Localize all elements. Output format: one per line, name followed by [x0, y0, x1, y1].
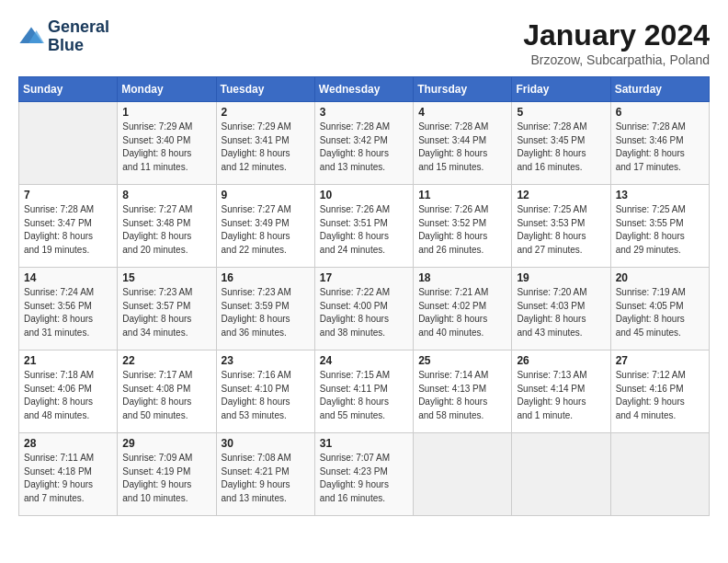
- day-number: 28: [24, 437, 112, 450]
- weekday-header: Saturday: [610, 77, 709, 102]
- day-info: Sunrise: 7:17 AMSunset: 4:08 PMDaylight:…: [122, 369, 210, 422]
- day-info: Sunrise: 7:23 AMSunset: 3:57 PMDaylight:…: [122, 286, 210, 339]
- calendar-cell: 16Sunrise: 7:23 AMSunset: 3:59 PMDayligh…: [216, 268, 314, 350]
- day-info: Sunrise: 7:08 AMSunset: 4:21 PMDaylight:…: [222, 452, 310, 505]
- day-info: Sunrise: 7:28 AMSunset: 3:47 PMDaylight:…: [24, 203, 112, 257]
- calendar-cell: 29Sunrise: 7:09 AMSunset: 4:19 PMDayligh…: [118, 433, 216, 516]
- day-number: 5: [517, 106, 605, 119]
- day-number: 10: [320, 189, 408, 201]
- day-info: Sunrise: 7:07 AMSunset: 4:23 PMDaylight:…: [320, 452, 408, 505]
- calendar-cell: 28Sunrise: 7:11 AMSunset: 4:18 PMDayligh…: [19, 433, 118, 516]
- day-info: Sunrise: 7:26 AMSunset: 3:52 PMDaylight:…: [418, 203, 506, 257]
- day-number: 14: [24, 271, 112, 284]
- day-number: 29: [122, 437, 210, 450]
- calendar-cell: 25Sunrise: 7:14 AMSunset: 4:13 PMDayligh…: [414, 350, 512, 433]
- weekday-header: Sunday: [19, 77, 118, 102]
- day-info: Sunrise: 7:16 AMSunset: 4:10 PMDaylight:…: [222, 369, 310, 422]
- calendar-cell: 14Sunrise: 7:24 AMSunset: 3:56 PMDayligh…: [19, 268, 118, 350]
- day-number: 13: [616, 189, 704, 201]
- calendar-week-row: 28Sunrise: 7:11 AMSunset: 4:18 PMDayligh…: [19, 433, 710, 516]
- day-info: Sunrise: 7:27 AMSunset: 3:49 PMDaylight:…: [222, 203, 310, 257]
- day-number: 9: [222, 189, 310, 201]
- calendar-cell: 3Sunrise: 7:28 AMSunset: 3:42 PMDaylight…: [314, 102, 413, 185]
- weekday-header-row: SundayMondayTuesdayWednesdayThursdayFrid…: [19, 77, 710, 102]
- calendar-cell: 13Sunrise: 7:25 AMSunset: 3:55 PMDayligh…: [610, 185, 709, 268]
- calendar-cell: 1Sunrise: 7:29 AMSunset: 3:40 PMDaylight…: [118, 102, 216, 185]
- day-number: 11: [418, 189, 506, 201]
- calendar-cell: 24Sunrise: 7:15 AMSunset: 4:11 PMDayligh…: [314, 350, 413, 433]
- calendar-cell: 11Sunrise: 7:26 AMSunset: 3:52 PMDayligh…: [414, 185, 512, 268]
- weekday-header: Monday: [118, 77, 216, 102]
- day-number: 3: [320, 106, 408, 119]
- day-number: 2: [222, 106, 310, 119]
- calendar-cell: [19, 102, 118, 185]
- day-info: Sunrise: 7:25 AMSunset: 3:53 PMDaylight:…: [517, 203, 605, 257]
- day-number: 1: [122, 106, 210, 119]
- title-section: January 2024 Brzozow, Subcarpathia, Pola…: [523, 18, 710, 67]
- calendar-cell: 27Sunrise: 7:12 AMSunset: 4:16 PMDayligh…: [610, 350, 709, 433]
- calendar-cell: 31Sunrise: 7:07 AMSunset: 4:23 PMDayligh…: [314, 433, 413, 516]
- day-number: 30: [222, 437, 310, 450]
- day-info: Sunrise: 7:22 AMSunset: 4:00 PMDaylight:…: [320, 286, 408, 339]
- location-subtitle: Brzozow, Subcarpathia, Poland: [523, 52, 710, 67]
- day-number: 27: [616, 354, 704, 367]
- day-info: Sunrise: 7:25 AMSunset: 3:55 PMDaylight:…: [616, 203, 704, 257]
- day-number: 18: [418, 271, 506, 284]
- day-info: Sunrise: 7:11 AMSunset: 4:18 PMDaylight:…: [24, 452, 112, 505]
- day-number: 17: [320, 271, 408, 284]
- day-number: 22: [122, 354, 210, 367]
- day-number: 8: [122, 189, 210, 201]
- day-number: 26: [517, 354, 605, 367]
- day-info: Sunrise: 7:12 AMSunset: 4:16 PMDaylight:…: [616, 369, 704, 422]
- calendar-cell: 9Sunrise: 7:27 AMSunset: 3:49 PMDaylight…: [216, 185, 314, 268]
- day-info: Sunrise: 7:28 AMSunset: 3:46 PMDaylight:…: [616, 121, 704, 174]
- calendar-cell: 26Sunrise: 7:13 AMSunset: 4:14 PMDayligh…: [512, 350, 610, 433]
- calendar-cell: [610, 433, 709, 516]
- header: General Blue January 2024 Brzozow, Subca…: [18, 18, 710, 67]
- day-info: Sunrise: 7:14 AMSunset: 4:13 PMDaylight:…: [418, 369, 506, 422]
- calendar-cell: 5Sunrise: 7:28 AMSunset: 3:45 PMDaylight…: [512, 102, 610, 185]
- calendar-week-row: 14Sunrise: 7:24 AMSunset: 3:56 PMDayligh…: [19, 268, 710, 350]
- logo-line2: Blue: [48, 37, 109, 55]
- day-number: 31: [320, 437, 408, 450]
- day-info: Sunrise: 7:24 AMSunset: 3:56 PMDaylight:…: [24, 286, 112, 339]
- day-info: Sunrise: 7:29 AMSunset: 3:41 PMDaylight:…: [222, 121, 310, 174]
- day-number: 24: [320, 354, 408, 367]
- day-number: 19: [517, 271, 605, 284]
- weekday-header: Friday: [512, 77, 610, 102]
- calendar-cell: 20Sunrise: 7:19 AMSunset: 4:05 PMDayligh…: [610, 268, 709, 350]
- calendar-cell: 21Sunrise: 7:18 AMSunset: 4:06 PMDayligh…: [19, 350, 118, 433]
- calendar-cell: 30Sunrise: 7:08 AMSunset: 4:21 PMDayligh…: [216, 433, 314, 516]
- day-number: 6: [616, 106, 704, 119]
- calendar-cell: 23Sunrise: 7:16 AMSunset: 4:10 PMDayligh…: [216, 350, 314, 433]
- calendar-cell: 6Sunrise: 7:28 AMSunset: 3:46 PMDaylight…: [610, 102, 709, 185]
- day-number: 23: [222, 354, 310, 367]
- day-info: Sunrise: 7:15 AMSunset: 4:11 PMDaylight:…: [320, 369, 408, 422]
- day-number: 15: [122, 271, 210, 284]
- day-info: Sunrise: 7:18 AMSunset: 4:06 PMDaylight:…: [24, 369, 112, 422]
- day-info: Sunrise: 7:28 AMSunset: 3:42 PMDaylight:…: [320, 121, 408, 174]
- day-number: 12: [517, 189, 605, 201]
- day-number: 7: [24, 189, 112, 201]
- calendar-cell: 10Sunrise: 7:26 AMSunset: 3:51 PMDayligh…: [314, 185, 413, 268]
- calendar-cell: 19Sunrise: 7:20 AMSunset: 4:03 PMDayligh…: [512, 268, 610, 350]
- calendar-cell: [414, 433, 512, 516]
- day-info: Sunrise: 7:26 AMSunset: 3:51 PMDaylight:…: [320, 203, 408, 257]
- calendar-cell: 17Sunrise: 7:22 AMSunset: 4:00 PMDayligh…: [314, 268, 413, 350]
- month-title: January 2024: [523, 18, 710, 52]
- day-info: Sunrise: 7:20 AMSunset: 4:03 PMDaylight:…: [517, 286, 605, 339]
- day-info: Sunrise: 7:13 AMSunset: 4:14 PMDaylight:…: [517, 369, 605, 422]
- day-number: 20: [616, 271, 704, 284]
- logo-icon: [18, 24, 44, 50]
- calendar-cell: 18Sunrise: 7:21 AMSunset: 4:02 PMDayligh…: [414, 268, 512, 350]
- weekday-header: Tuesday: [216, 77, 314, 102]
- calendar-week-row: 7Sunrise: 7:28 AMSunset: 3:47 PMDaylight…: [19, 185, 710, 268]
- day-info: Sunrise: 7:28 AMSunset: 3:45 PMDaylight:…: [517, 121, 605, 174]
- calendar-cell: 7Sunrise: 7:28 AMSunset: 3:47 PMDaylight…: [19, 185, 118, 268]
- day-info: Sunrise: 7:29 AMSunset: 3:40 PMDaylight:…: [122, 121, 210, 174]
- day-number: 25: [418, 354, 506, 367]
- day-number: 4: [418, 106, 506, 119]
- weekday-header: Wednesday: [314, 77, 413, 102]
- calendar-cell: 12Sunrise: 7:25 AMSunset: 3:53 PMDayligh…: [512, 185, 610, 268]
- day-info: Sunrise: 7:21 AMSunset: 4:02 PMDaylight:…: [418, 286, 506, 339]
